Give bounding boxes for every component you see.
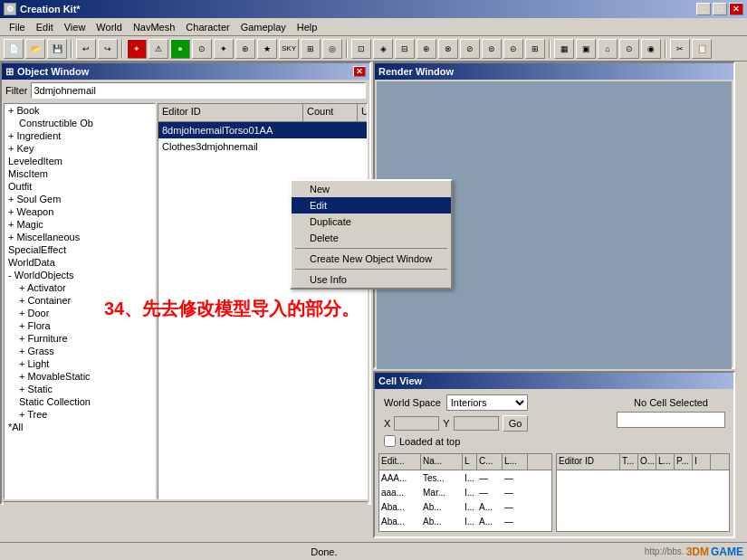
close-button[interactable]: ✕ — [729, 3, 743, 15]
tool-save[interactable]: 💾 — [47, 39, 67, 59]
tree-item-staticcollection[interactable]: Static Collection — [5, 395, 155, 408]
tree-item-magic[interactable]: Magic — [5, 218, 155, 231]
tool-18[interactable]: ⊞ — [525, 39, 545, 59]
tool-5[interactable]: ✦ — [214, 39, 234, 59]
list-row[interactable]: 8dmjohnemailTorso01AA — [158, 122, 367, 138]
menu-help[interactable]: Help — [292, 20, 323, 34]
tool-open[interactable]: 📂 — [25, 39, 45, 59]
title-bar: ⚙ Creation Kit* _ □ ✕ — [0, 0, 747, 18]
tree-item-miscitem[interactable]: MiscItem — [5, 167, 155, 180]
cell-na: Ab... — [421, 501, 463, 513]
table-row[interactable]: Allta... Allt... I... A... — — [379, 528, 551, 531]
tree-item-worlddata[interactable]: WorldData — [5, 256, 155, 269]
col-na: Na... — [421, 454, 463, 470]
tool-20[interactable]: ▣ — [576, 39, 596, 59]
menu-edit[interactable]: Edit — [31, 20, 59, 34]
tree-item-grass[interactable]: Grass — [5, 345, 155, 357]
tool-1[interactable]: ✦ — [127, 39, 147, 59]
y-input[interactable] — [454, 416, 499, 431]
context-create-new-object-window[interactable]: Create New Object Window — [292, 251, 451, 267]
menu-file[interactable]: File — [4, 20, 31, 34]
object-window-hscroll[interactable] — [4, 501, 368, 514]
context-edit[interactable]: Edit — [292, 197, 451, 214]
tool-8[interactable]: ⊞ — [301, 39, 321, 59]
tree-item-light[interactable]: Light — [5, 357, 155, 370]
tree-item-weapon[interactable]: Weapon — [5, 205, 155, 218]
col-ir: I — [693, 454, 711, 470]
logo-3dm: 3DM — [686, 546, 709, 558]
menu-view[interactable]: View — [59, 20, 91, 34]
tree-item-outfit[interactable]: Outfit — [5, 180, 155, 193]
tool-24[interactable]: ✂ — [670, 39, 690, 59]
tree-item-soulgem[interactable]: Soul Gem — [5, 193, 155, 205]
cell-la: — — [503, 487, 528, 498]
tool-9[interactable]: ◎ — [322, 39, 342, 59]
filter-input[interactable] — [31, 82, 366, 99]
tool-21[interactable]: ⌂ — [598, 39, 618, 59]
tree-item-activator[interactable]: Activator — [5, 281, 155, 294]
tool-new[interactable]: 📄 — [4, 39, 24, 59]
menu-navmesh[interactable]: NavMesh — [128, 20, 180, 34]
tree-item-static[interactable]: Static — [5, 383, 155, 395]
tool-7[interactable]: ★ — [257, 39, 277, 59]
tree-item-movablestatic[interactable]: MovableStatic — [5, 370, 155, 383]
tool-2[interactable]: ⚠ — [148, 39, 168, 59]
tree-item-key[interactable]: Key — [5, 142, 155, 155]
tool-4[interactable]: ⊙ — [192, 39, 212, 59]
menu-gameplay[interactable]: Gameplay — [235, 20, 292, 34]
table-row[interactable]: aaa... Mar... I... — — — [379, 485, 551, 499]
tree-item-all[interactable]: *All — [5, 421, 155, 433]
minimize-button[interactable]: _ — [696, 3, 711, 15]
tree-item-leveleditem[interactable]: LeveledItem — [5, 155, 155, 167]
world-space-select[interactable]: Interiors Tamriel — [446, 394, 528, 411]
tree-item-worldobjects[interactable]: WorldObjects — [5, 269, 155, 281]
menu-character[interactable]: Character — [180, 20, 235, 34]
tool-14[interactable]: ⊗ — [438, 39, 458, 59]
window-controls[interactable]: _ □ ✕ — [696, 3, 743, 15]
tool-12[interactable]: ⊟ — [395, 39, 415, 59]
tool-17[interactable]: ⊝ — [503, 39, 523, 59]
loaded-checkbox[interactable] — [384, 435, 396, 447]
tool-sky[interactable]: SKY — [279, 39, 299, 59]
context-delete[interactable]: Delete — [292, 230, 451, 246]
tool-23[interactable]: ◉ — [641, 39, 661, 59]
tool-13[interactable]: ⊕ — [417, 39, 436, 59]
tree-item-ingredient[interactable]: Ingredient — [5, 129, 155, 142]
menu-world[interactable]: World — [91, 20, 128, 34]
go-button[interactable]: Go — [503, 415, 529, 432]
tool-redo[interactable]: ↪ — [98, 39, 118, 59]
tool-undo[interactable]: ↩ — [76, 39, 96, 59]
cell-la: — — [503, 501, 528, 513]
tree-item-specialeffect[interactable]: SpecialEffect — [5, 243, 155, 256]
table-row[interactable]: AAA... Tes... I... — — — [379, 470, 551, 485]
tree-item-misc[interactable]: Miscellaneous — [5, 231, 155, 243]
tool-19[interactable]: ▦ — [554, 39, 574, 59]
context-sep-1 — [295, 248, 447, 249]
tool-3[interactable]: ● — [170, 39, 190, 59]
maximize-button[interactable]: □ — [713, 3, 727, 15]
tool-6[interactable]: ⊛ — [235, 39, 255, 59]
table-row[interactable]: Aba... Ab... I... A... — — [379, 514, 551, 528]
tool-22[interactable]: ⊙ — [619, 39, 639, 59]
x-input[interactable] — [394, 416, 439, 431]
list-row[interactable]: Clothes3dmjohnemail — [158, 138, 367, 155]
tool-10[interactable]: ⊡ — [351, 39, 371, 59]
context-duplicate[interactable]: Duplicate — [292, 214, 451, 230]
context-new[interactable]: New — [292, 181, 451, 197]
tree-item-furniture[interactable]: Furniture — [5, 332, 155, 345]
tree-item-tree[interactable]: Tree — [5, 408, 155, 421]
cell-left-body: AAA... Tes... I... — — aaa... Mar... I..… — [379, 470, 551, 531]
tool-16[interactable]: ⊜ — [482, 39, 502, 59]
cell-l: I... — [463, 487, 477, 498]
context-use-info[interactable]: Use Info — [292, 271, 451, 288]
col-editorid-r: Editor ID — [557, 454, 620, 470]
tree-item-flora[interactable]: Flora — [5, 319, 155, 332]
tool-25[interactable]: 📋 — [692, 39, 712, 59]
object-window-close[interactable]: ✕ — [353, 66, 366, 77]
tool-11[interactable]: ◈ — [373, 39, 393, 59]
toolbar-sep-4 — [549, 40, 551, 58]
tree-item-constructible[interactable]: Constructible Ob — [5, 117, 155, 129]
table-row[interactable]: Aba... Ab... I... A... — — [379, 499, 551, 514]
tree-item-book[interactable]: Book — [5, 104, 155, 117]
tool-15[interactable]: ⊘ — [460, 39, 480, 59]
